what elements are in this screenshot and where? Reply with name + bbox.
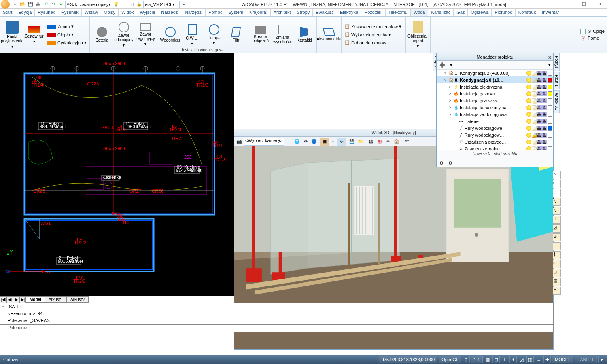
rts-diag-icon[interactable]: ◿ [553,224,561,233]
vtab-podrys[interactable]: Podrys [554,53,560,71]
rts-node-icon[interactable]: ⊡ [553,269,561,277]
v3d-pan-icon[interactable]: ✥ [301,138,310,146]
ribbon-tab-krajobra[interactable]: Krajobra: [246,9,271,16]
panel-close-icon[interactable]: ✕ [547,54,552,59]
qat-open-icon[interactable]: 📂 [19,1,26,8]
rts-dash-icon[interactable]: ┄ [553,242,561,250]
sheet-nav-last[interactable]: ▶| [19,296,26,303]
tree-row[interactable]: >🏠1. Kondygnacja 2 (+280.00)🔒🖶🖶 [437,70,553,76]
ribbon-tab-edycja[interactable]: Edycja [15,9,35,16]
v3d-render1-icon[interactable]: ▨ [367,138,375,146]
vtab-widok3d[interactable]: Widok 3D [554,90,560,113]
ribbon-tab-stropy[interactable]: Stropy [294,9,313,16]
elements-selection-button[interactable]: 📋 Dobór elementów [343,39,404,47]
ribbon-tab-narzdzi[interactable]: Narzędzi [182,9,206,16]
sb-expand-icon[interactable]: ▾ [598,356,605,363]
v3d-down-icon[interactable]: ↓ [284,138,293,146]
status-scale[interactable]: 1:1 [471,356,483,363]
pp-add-icon[interactable]: ➕ [438,61,446,69]
sb-grid-icon[interactable]: ▦ [484,356,491,363]
ribbon-tab-inwentar[interactable]: Inwentar [539,9,562,16]
ribbon-tab-rysunek[interactable]: Rysunek [58,9,82,16]
camera-icon[interactable]: 📷 [235,138,243,146]
ribbon-tab-piorunoc[interactable]: Piorunoc [492,9,515,16]
materials-list-button[interactable]: 📋 Zestawienie materiałów ▾ [343,23,404,31]
tree-row[interactable]: ✕Zawory czerpalne🔒🖶🖶 [437,145,553,150]
elements-list-button[interactable]: 📋 Wykaz elementów ▾ [343,31,404,39]
sb-otrack-icon[interactable]: ◫ [526,356,534,363]
ribbon-tab-architekt[interactable]: Architekt [271,9,294,16]
qat-sketch-combo[interactable]: ✏ Szkicowanie i opisy ▾ [65,1,112,8]
pp-gear2-icon[interactable]: ⚙ [446,159,454,167]
ribbon-tab-ewakuac[interactable]: Ewakuac [313,9,337,16]
close-button[interactable]: ✕ [592,0,607,9]
sheet-nav-first[interactable]: |◀ [0,296,6,303]
ribbon-tab-elektryka[interactable]: Elektryka [337,9,361,16]
status-opengl[interactable]: OpenGL [439,356,461,363]
pump-button[interactable]: Pompa▾ [204,21,225,49]
sb-polar-icon[interactable]: ✶ [509,356,517,363]
cwu-button[interactable]: C.W.U.▾ [182,21,203,49]
sb-lwt-icon[interactable]: ≡ [535,356,542,363]
project-tree[interactable]: >🏠1. Kondygnacja 2 (+280.00)🔒🖶🖶v🏠0. Kond… [437,70,553,150]
tree-row[interactable]: >🔥Instalacja grzewcza🔒🖶🖶 [437,97,553,104]
sb-compass-icon[interactable]: ⊕ [463,356,470,363]
2d-drawing-canvas[interactable]: Strop 2906 Strop 2906 05 TR1/4 06 G1 TR1… [0,53,234,296]
ribbon-tab-rozdzieli[interactable]: Rozdzieli [361,9,386,16]
rts-line1-icon[interactable]: ╲ [553,198,561,206]
v3d-wall-icon[interactable]: ▦ [320,138,329,146]
ribbon-tab-widok[interactable]: Widok [119,9,137,16]
pipe-set-button[interactable]: Zestaw rur▾ [23,21,45,49]
v3d-orbit-icon[interactable]: 🌐 [293,138,301,146]
tree-row[interactable]: v💧Instalacja wodociągowa🔒🖶🖶 [437,111,553,118]
sb-osnap-icon[interactable]: ◿ [518,356,525,363]
water-meter-button[interactable]: Wodomierz [160,21,181,49]
rts-square-icon[interactable]: □ [553,180,561,188]
rts-par-icon[interactable]: ∥ [553,251,561,259]
sb-ortho-icon[interactable]: ⊥ [501,356,508,363]
tree-row[interactable]: v🏠0. Kondygnacja 0 (±0…🔒🖶🖶 [437,76,553,83]
v3d-move-icon[interactable]: ↔ [329,138,337,146]
rts-line2-icon[interactable]: ╲ [553,207,561,215]
v3d-sun-icon[interactable]: ☀ [384,138,392,146]
minimize-button[interactable]: — [561,0,576,9]
v3d-folder-icon[interactable]: 📁 [357,138,365,146]
maximize-button[interactable]: ☐ [576,0,592,9]
qat-save-icon[interactable]: 💾 [27,1,34,8]
sheet-tab-model[interactable]: Model [26,296,45,303]
v3d-plane-icon[interactable]: ✈ [337,138,346,146]
pp-gear1-icon[interactable]: ⚙ [437,159,446,167]
qat-check-icon[interactable]: ✔ [57,1,65,8]
rts-clear-icon[interactable]: ✕ [553,287,561,295]
status-model[interactable]: MODEL [552,356,573,363]
circ-pipe-button[interactable]: Cyrkulacyjna ▾ [45,39,88,47]
ribbon-tab-telekomu[interactable]: Telekomu [386,9,411,16]
regulating-valve-button[interactable]: Zawór regulujący▾ [135,21,156,49]
ribbon-tab-pomoc[interactable]: Pomoc [206,9,225,16]
qat-flag-icon[interactable]: ▸ [180,1,187,8]
qat-file-combo[interactable]: isa_V904DC6 ▾ [143,1,180,8]
qat-print-icon[interactable]: 🖶 [34,1,42,8]
ribbon-tab-woda[interactable]: Woda [411,9,429,16]
qat-new-icon[interactable]: ▫ [11,1,19,8]
ribbon-tab-kanalizac[interactable]: Kanalizac [428,9,454,16]
ribbon-tab-narzdzi[interactable]: Narzędzi [158,9,182,16]
v3d-save-icon[interactable]: 💾 [348,138,356,146]
cold-pipe-button[interactable]: Zimna ▾ [45,23,88,31]
v3d-3d-icon[interactable]: 3D [403,138,411,146]
tree-row[interactable]: ⊙Urządzenia przygo…🔒🖶🖶 [437,138,553,145]
tree-row[interactable]: >⚡Instalacja elektryczna🔒🖶🖶 [437,83,553,90]
v3d-globe-icon[interactable]: 🔵 [310,138,318,146]
camera-select[interactable]: <Wybierz kamerę> [244,138,284,146]
qat-undo-icon[interactable]: ↶ [42,1,49,8]
vtab-rzut1[interactable]: Rzut 1 [554,72,560,89]
tree-row[interactable]: >🔥Instalacja gazowa🔒🖶🖶 [437,90,553,97]
ribbon-tab-wstaw[interactable]: Wstaw [82,9,101,16]
status-tablet[interactable]: TABLET [575,356,597,363]
qat-lock-icon[interactable]: 🔓 [136,1,143,8]
rts-dot-icon[interactable]: • [553,260,561,268]
qat-redo-icon[interactable]: ↷ [50,1,57,8]
sheet-tab-arkusz1[interactable]: Arkusz1 [45,296,67,303]
fittings-button[interactable]: Kształtki [294,21,315,49]
shutoff-valve-button[interactable]: Zawór odcinający▾ [113,21,134,49]
